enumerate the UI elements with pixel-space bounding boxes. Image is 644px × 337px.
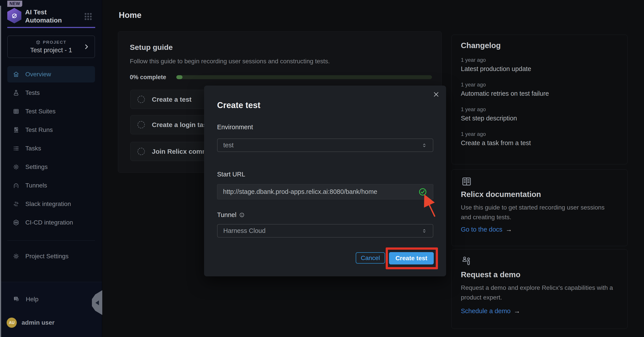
sidebar-item-label: Tasks [25,145,41,152]
runs-icon [12,126,20,133]
setup-guide-title: Setup guide [130,43,173,52]
modal-title: Create test [217,101,260,110]
tunnel-icon [12,182,20,189]
unchecked-circle-icon [138,96,145,103]
create-test-button-label: Create test [396,255,427,262]
sidebar-item-slack-integration[interactable]: Slack integration [7,196,95,212]
sidebar-nav-secondary: Project Settings [7,248,95,267]
checklist-item-label: Create a login task [152,121,211,129]
gear-icon [12,253,20,260]
sidebar-footer-items: ? Help [7,291,95,310]
link-label: Schedule a demo [461,307,511,315]
sidebar-item-cicd-integration[interactable]: CI-CD integration [7,214,95,231]
request-demo-card: Request a demo Request a demo and explor… [451,249,628,329]
changelog-entry-time: 1 year ago [461,131,486,137]
sidebar-item-tests[interactable]: Tests [7,85,95,101]
start-url-label: Start URL [217,171,245,178]
tunnel-select[interactable]: Harness Cloud [217,224,433,237]
setup-guide-description: Follow this guide to begin recording use… [130,58,330,65]
arrow-right-icon: → [506,226,512,233]
tunnel-label: Tunnel [217,211,236,219]
changelog-entry-time: 1 year ago [461,57,486,63]
project-selector[interactable]: PROJECT Test project - 1 [7,36,95,58]
app-logo-icon [10,11,19,20]
sidebar-item-label: Help [26,296,38,303]
request-demo-title: Request a demo [461,270,520,279]
project-eyebrow-label: PROJECT [43,40,66,45]
flask-icon [12,89,20,96]
changelog-card: Changelog 1 year ago Latest production u… [451,35,628,164]
avatar: AU [6,317,17,328]
changelog-entry-text: Set step description [461,115,517,122]
page-title: Home [119,11,142,20]
sidebar-item-label: Tunnels [25,182,47,189]
sidebar-item-label: Test Suites [25,108,56,115]
environment-value: test [223,142,234,149]
sidebar-item-label: Slack integration [25,200,71,208]
chevron-updown-icon [422,228,427,234]
help-chat-icon: ? [12,295,20,303]
sidebar-item-overview[interactable]: Overview [7,66,95,83]
chevron-updown-icon [422,142,427,148]
environment-select[interactable]: test [217,139,433,152]
sidebar-item-help[interactable]: ? Help [7,291,95,307]
sidebar-item-test-runs[interactable]: Test Runs [7,122,95,138]
app-title: AI Test Automation [25,8,65,24]
valid-check-icon [418,188,427,196]
sidebar-item-label: Tests [25,89,40,96]
documentation-description: Use this guide to get started recording … [461,203,616,222]
sidebar-item-tunnels[interactable]: Tunnels [7,177,95,194]
changelog-entry-time: 1 year ago [461,106,486,113]
sidebar-item-settings[interactable]: Settings [7,159,95,175]
schedule-demo-link[interactable]: Schedule a demo → [461,307,520,315]
sidebar-nav: Overview Tests Test Suites [7,66,95,233]
start-url-value: http://stage.dbank.prod-apps.relicx.ai:8… [223,188,377,195]
sidebar-item-label: Overview [25,71,51,78]
svg-text:?: ? [15,297,17,300]
create-test-modal: Create test Environment test Start URL h… [204,86,446,276]
cancel-button[interactable]: Cancel [356,252,385,263]
people-icon [461,255,473,267]
sidebar-item-label: Settings [25,163,48,170]
tunnel-value: Harness Cloud [223,227,266,234]
home-icon [12,71,20,78]
request-demo-description: Request a demo and explore Relicx's capa… [461,283,616,302]
progress-bar-fill [176,75,182,79]
app-grid-icon[interactable] [84,12,92,21]
environment-label: Environment [217,124,253,131]
go-to-docs-link[interactable]: Go to the docs → [461,226,512,233]
documentation-title: Relicx documentation [461,190,541,199]
progress-label: 0% complete [130,74,166,81]
checklist-item-label: Create a test [152,96,192,103]
changelog-title: Changelog [461,41,501,50]
progress-bar [176,75,432,79]
sidebar-item-label: Project Settings [25,253,68,260]
start-url-input[interactable]: http://stage.dbank.prod-apps.relicx.ai:8… [217,184,433,199]
slack-icon [12,200,20,208]
unchecked-circle-icon [138,121,145,128]
changelog-entry-text: Create a task from a test [461,139,531,147]
create-test-button[interactable]: Create test [389,252,434,264]
cancel-button-label: Cancel [361,254,380,262]
tunnel-label-row: Tunnel [217,211,245,219]
unchecked-circle-icon [138,148,145,155]
table-icon [12,108,20,115]
sidebar-item-test-suites[interactable]: Test Suites [7,103,95,120]
sidebar-item-project-settings[interactable]: Project Settings [7,248,95,264]
new-badge: NEW [7,1,22,7]
list-icon [12,145,20,152]
changelog-entry-text: Latest production update [461,65,531,73]
close-icon[interactable] [432,90,440,99]
arrow-right-icon: → [514,307,520,315]
app-screen: NEW AI Test Automation [0,0,644,337]
user-menu[interactable]: AU admin user [6,317,54,328]
documentation-card: Relicx documentation Use this guide to g… [451,169,628,246]
sidebar-item-tasks[interactable]: Tasks [7,140,95,157]
cicd-icon [12,219,20,226]
chevron-right-icon [83,44,90,50]
cube-icon [36,40,40,45]
changelog-entry-text: Automatic retries on test failure [461,90,549,97]
info-icon[interactable] [239,212,245,218]
window-edge-scrollbar[interactable] [0,6,1,337]
user-name: admin user [22,319,54,326]
